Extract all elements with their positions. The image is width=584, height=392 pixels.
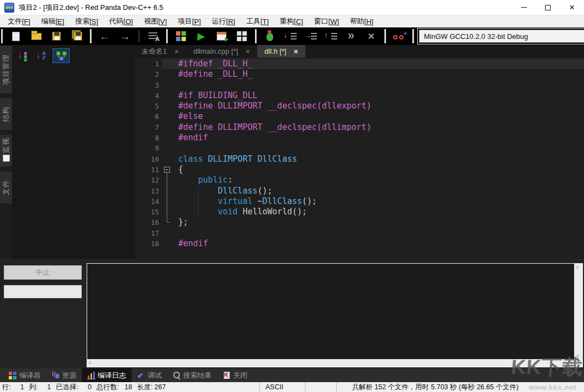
toolbar-grip[interactable]: [255, 29, 257, 43]
continue-icon: [348, 32, 354, 41]
kkx-logo-watermark: KK下载: [510, 354, 584, 381]
add-watch-button[interactable]: [393, 30, 406, 43]
window-title: 项目2 - [项目2.dev] - Red Panda Dev-C++ 6.5: [19, 3, 163, 13]
minimize-button[interactable]: [512, 0, 536, 15]
editor-tab-untitled1[interactable]: 未命名1: [134, 45, 186, 58]
step-out-button[interactable]: [324, 30, 337, 43]
tab-close-icon[interactable]: [245, 47, 250, 55]
status-value: 1: [12, 383, 24, 391]
step-over-button[interactable]: [284, 30, 297, 43]
horizontal-scrollbar[interactable]: [87, 359, 582, 367]
compile-log-output[interactable]: [87, 263, 583, 367]
menu-f[interactable]: 文件[F]: [2, 15, 36, 27]
code-text: DllClass();: [174, 186, 584, 196]
sort-by-type-button[interactable]: [16, 49, 30, 63]
menu-s[interactable]: 搜索[S]: [70, 15, 104, 27]
bottom-tab-resource[interactable]: 资源: [46, 368, 82, 382]
menu-r[interactable]: 运行[R]: [206, 15, 241, 27]
side-tab-project[interactable]: 项目管理: [0, 46, 12, 93]
compile-toolbar-group: [169, 27, 254, 45]
forward-button[interactable]: [118, 30, 132, 43]
maximize-button[interactable]: [536, 0, 560, 15]
line-number: 15: [134, 207, 162, 217]
code-text: public:: [174, 175, 584, 185]
toolbar-grip[interactable]: [166, 29, 168, 43]
compiler-tab-icon: [9, 371, 17, 379]
line-number: 1: [134, 59, 162, 69]
abort-button[interactable]: 中止: [4, 265, 82, 280]
fold-gutter: [162, 111, 174, 122]
vertical-scrollbar[interactable]: [574, 264, 582, 359]
rebuild-all-button[interactable]: [235, 30, 248, 43]
tab-close-icon[interactable]: [293, 47, 298, 55]
code-editor[interactable]: 1#ifndef _DLL_H_2#define _DLL_H_34#if BU…: [134, 58, 584, 259]
open-button[interactable]: [30, 30, 43, 43]
file-toolbar-group: [4, 27, 89, 45]
close-button[interactable]: [560, 0, 584, 15]
side-tab-files[interactable]: 文件: [0, 172, 12, 203]
back-button[interactable]: [98, 30, 111, 43]
cursor-status-section: 行:1列:1已选择:0总行数:18长度:267: [0, 382, 259, 392]
bottom-tab-debug[interactable]: 调试: [132, 368, 167, 382]
debug-bug-icon: [267, 33, 273, 41]
rebuild-all-icon: [237, 31, 247, 41]
compile-button[interactable]: [174, 30, 188, 43]
bottom-tab-close[interactable]: 关闭: [217, 368, 253, 382]
app-icon: dev: [4, 3, 14, 13]
fold-gutter: [162, 122, 174, 133]
menu-p[interactable]: 项目[P]: [172, 15, 206, 27]
sort-by-type-icon: [18, 50, 28, 61]
toolbar-grip[interactable]: [1, 29, 3, 43]
menu-o[interactable]: 代码[O]: [104, 15, 138, 27]
toolbar-grip[interactable]: [412, 29, 414, 43]
line-number: 6: [134, 111, 162, 122]
bottom-tab-label: 编译器: [19, 371, 41, 380]
side-tab-label: 监视: [1, 138, 11, 153]
new-file-button[interactable]: [9, 30, 22, 43]
menu-c[interactable]: 重构[C]: [274, 15, 309, 27]
run-button[interactable]: [195, 30, 208, 43]
toolbar-grip[interactable]: [90, 29, 92, 43]
menu-t[interactable]: 工具[T]: [241, 15, 274, 27]
bottom-tab-compiler[interactable]: 编译器: [3, 368, 46, 382]
side-tab-watch[interactable]: 监视: [0, 135, 12, 167]
line-number: 4: [134, 90, 162, 101]
editor-tab-label: 未命名1: [141, 47, 167, 56]
reformat-button[interactable]: [146, 30, 160, 43]
debug-button[interactable]: [263, 30, 276, 43]
stop-button[interactable]: [365, 30, 378, 43]
save-button[interactable]: [50, 30, 63, 43]
continue-button[interactable]: [344, 30, 358, 43]
menu-h[interactable]: 帮助[H]: [344, 15, 379, 27]
toolbar-grip[interactable]: [384, 29, 386, 43]
code-line: 9: [134, 143, 584, 154]
fold-toggle-icon[interactable]: [164, 167, 170, 173]
reformat-icon: [149, 32, 157, 41]
compile-run-button[interactable]: [215, 30, 228, 43]
structure-panel-toolbar: [12, 45, 134, 63]
show-inherited-button[interactable]: [53, 48, 70, 63]
bottom-tab-search[interactable]: 搜索结果: [167, 368, 217, 382]
parse-status: 共解析 152 个文件，用时 5.703 秒 (每秒 26.65 个文件): [352, 383, 519, 392]
compiler-select[interactable]: MinGW GCC10.2.0 32-bit Debug: [419, 30, 584, 43]
code-line: 1#ifndef _DLL_H_: [134, 59, 584, 69]
bottom-tab-log[interactable]: 编译日志: [82, 368, 132, 382]
main-area: 项目管理结构监视文件 未命名1dllmain.cpp [*]dll.h [*] …: [0, 45, 584, 259]
side-tab-structure[interactable]: 结构: [0, 98, 12, 130]
save-all-button[interactable]: [70, 30, 83, 43]
step-into-button[interactable]: [304, 30, 317, 43]
menu-e[interactable]: 编辑[E]: [36, 15, 70, 27]
tab-close-icon[interactable]: [174, 47, 179, 55]
code-text: };: [174, 217, 584, 228]
window-controls: [512, 0, 584, 15]
menu-w[interactable]: 窗口[W]: [309, 15, 345, 27]
code-text: #define DLLIMPORT __declspec(dllimport): [174, 122, 584, 133]
encoding-status: ASCII: [265, 383, 284, 391]
editor-tab-dll-h[interactable]: dll.h [*]: [257, 45, 305, 58]
search-tab-icon: [173, 371, 181, 379]
editor-tab-dllmain-cpp[interactable]: dllmain.cpp [*]: [186, 45, 257, 58]
sort-alphabetically-button[interactable]: [35, 49, 48, 63]
save-icon: [52, 32, 61, 41]
class-hierarchy-icon: [55, 51, 67, 61]
menu-v[interactable]: 视图[V]: [138, 15, 172, 27]
